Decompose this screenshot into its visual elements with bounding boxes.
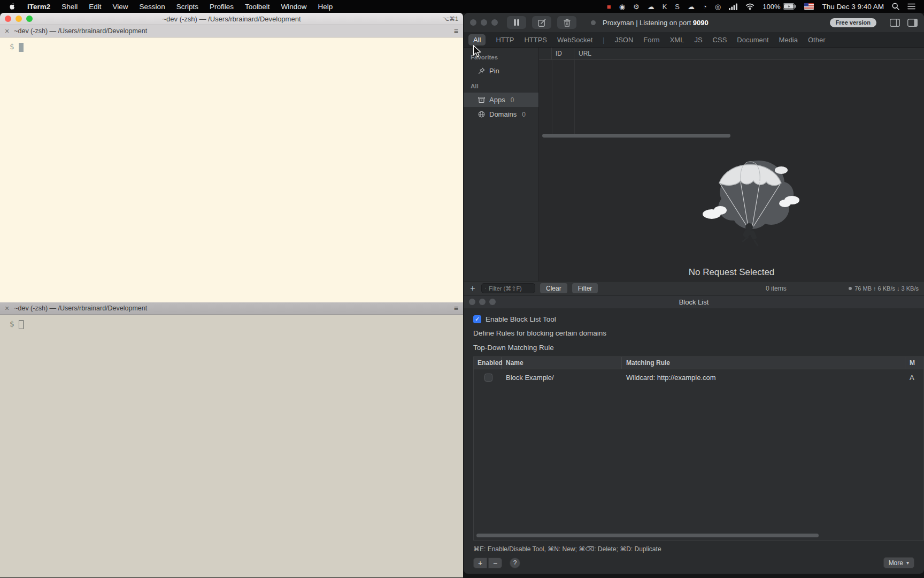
close-button[interactable] bbox=[5, 16, 11, 22]
zoom-button[interactable] bbox=[489, 299, 496, 305]
tab-hamburger-icon[interactable]: ≡ bbox=[454, 27, 458, 35]
minimize-button[interactable] bbox=[481, 19, 487, 26]
rule-enabled-checkbox[interactable] bbox=[484, 374, 492, 382]
toggle-right-panel-icon[interactable] bbox=[907, 19, 918, 27]
menu-toolbelt[interactable]: Toolbelt bbox=[245, 3, 270, 11]
zoom-button[interactable] bbox=[26, 16, 33, 22]
tab-websocket[interactable]: WebSocket bbox=[557, 36, 592, 44]
keyboard-shortcuts-help: ⌘E: Enable/Disable Tool, ⌘N: New; ⌘⌫: De… bbox=[473, 545, 924, 553]
k-app-icon[interactable]: K bbox=[663, 3, 667, 10]
menu-bar-clock[interactable]: Thu Dec 3 9:40 AM bbox=[822, 3, 884, 11]
column-divider bbox=[552, 60, 552, 134]
free-version-badge[interactable]: Free version bbox=[830, 18, 876, 27]
terminal-window-bottom: × ~dev (-zsh) — /Users/rbrainard/Develop… bbox=[0, 302, 463, 578]
tab-all[interactable]: All bbox=[468, 34, 486, 45]
filter-button[interactable]: Filter bbox=[572, 283, 598, 293]
cloud-sync-app-icon[interactable]: ☁ bbox=[688, 3, 695, 10]
tab-title[interactable]: ~dev (-zsh) — /Users/rbrainard/Developme… bbox=[14, 27, 147, 35]
s-app-icon[interactable]: S bbox=[675, 3, 680, 10]
compose-button[interactable] bbox=[532, 16, 551, 29]
horizontal-scrollbar[interactable] bbox=[476, 534, 819, 537]
method-column-header[interactable]: M bbox=[905, 359, 923, 367]
menu-profiles[interactable]: Profiles bbox=[210, 3, 234, 11]
tab-http[interactable]: HTTP bbox=[496, 36, 514, 44]
close-button[interactable] bbox=[470, 19, 476, 26]
sidebar-item-apps[interactable]: Apps 0 bbox=[464, 93, 538, 107]
menu-app-name[interactable]: iTerm2 bbox=[27, 3, 50, 11]
proxyman-titlebar[interactable]: Proxyman | Listening on port 9090 Free v… bbox=[464, 13, 924, 32]
tab-close-icon[interactable]: × bbox=[5, 27, 9, 35]
wifi-icon[interactable] bbox=[745, 3, 754, 10]
help-button[interactable]: ? bbox=[510, 558, 520, 568]
parachute-illustration bbox=[691, 150, 809, 265]
filter-search-field[interactable] bbox=[481, 283, 535, 293]
enabled-column-header[interactable]: Enabled bbox=[474, 357, 502, 369]
us-flag-icon[interactable] bbox=[804, 3, 814, 10]
id-column-header[interactable]: ID bbox=[552, 48, 574, 59]
table-row[interactable]: Block Example/ Wildcard: http://example.… bbox=[474, 369, 923, 386]
close-button[interactable] bbox=[469, 299, 475, 305]
all-section-label: All bbox=[464, 78, 538, 93]
rule-column-header[interactable]: Matching Rule bbox=[622, 357, 905, 369]
target-app-icon[interactable]: ◎ bbox=[715, 3, 721, 10]
block-list-titlebar[interactable]: Block List bbox=[464, 295, 924, 308]
battery-icon[interactable] bbox=[783, 3, 796, 10]
sidebar-item-domains[interactable]: Domains 0 bbox=[464, 107, 538, 121]
tab-hamburger-icon[interactable]: ≡ bbox=[454, 304, 458, 313]
menu-edit[interactable]: Edit bbox=[89, 3, 101, 11]
tab-close-icon[interactable]: × bbox=[5, 304, 9, 313]
enable-blocklist-checkbox[interactable]: ✓ bbox=[473, 315, 481, 323]
tab-js[interactable]: JS bbox=[694, 36, 702, 44]
tab-css[interactable]: CSS bbox=[713, 36, 727, 44]
request-list-pane: ID URL bbox=[539, 48, 924, 281]
rule-name-cell: Block Example/ bbox=[502, 374, 622, 382]
filter-search-input[interactable] bbox=[489, 285, 532, 292]
spotlight-search-icon[interactable] bbox=[892, 3, 899, 10]
add-filter-button[interactable]: + bbox=[469, 284, 476, 293]
proxyman-title: Proxyman | Listening on port 9090 bbox=[603, 19, 709, 27]
name-column-header[interactable]: Name bbox=[502, 357, 622, 369]
minimize-button[interactable] bbox=[16, 16, 22, 22]
menu-session[interactable]: Session bbox=[140, 3, 165, 11]
terminal-bottom-content[interactable]: $ bbox=[0, 315, 463, 577]
menu-help[interactable]: Help bbox=[318, 3, 333, 11]
apple-menu-icon[interactable] bbox=[9, 2, 16, 11]
tab-document[interactable]: Document bbox=[737, 36, 768, 44]
add-rule-button[interactable]: + bbox=[473, 558, 487, 568]
clear-button[interactable]: Clear bbox=[540, 283, 567, 293]
pause-button[interactable] bbox=[507, 16, 526, 29]
remove-rule-button[interactable]: − bbox=[488, 558, 502, 568]
tab-media[interactable]: Media bbox=[779, 36, 798, 44]
horizontal-scrollbar[interactable] bbox=[542, 134, 730, 138]
terminal-top-tabbar[interactable]: × ~dev (-zsh) — /Users/rbrainard/Develop… bbox=[0, 25, 463, 37]
record-app-icon[interactable]: ■ bbox=[607, 3, 611, 10]
minimize-button[interactable] bbox=[479, 299, 486, 305]
camera-app-icon[interactable]: ◉ bbox=[619, 3, 625, 10]
clock-app-icon[interactable]: ◔ bbox=[703, 3, 707, 10]
tab-other[interactable]: Other bbox=[808, 36, 826, 44]
tab-xml[interactable]: XML bbox=[670, 36, 684, 44]
terminal-bottom-tabbar[interactable]: × ~dev (-zsh) — /Users/rbrainard/Develop… bbox=[0, 302, 463, 315]
menu-scripts[interactable]: Scripts bbox=[176, 3, 198, 11]
trash-icon bbox=[564, 19, 571, 27]
menu-list-icon[interactable] bbox=[907, 3, 915, 10]
cellular-signal-icon[interactable] bbox=[729, 3, 737, 10]
tab-form[interactable]: Form bbox=[643, 36, 659, 44]
terminal-top-titlebar[interactable]: ~dev (-zsh) — /Users/rbrainard/Developme… bbox=[0, 13, 463, 25]
terminal-cursor bbox=[19, 320, 24, 329]
delete-button[interactable] bbox=[557, 16, 576, 29]
sidebar-item-pin[interactable]: Pin bbox=[464, 64, 538, 78]
more-button[interactable]: More ▾ bbox=[883, 557, 914, 568]
zoom-button[interactable] bbox=[491, 19, 498, 26]
tab-https[interactable]: HTTPS bbox=[524, 36, 547, 44]
toggle-left-panel-icon[interactable] bbox=[890, 19, 900, 27]
cloud-app-icon[interactable]: ☁ bbox=[648, 3, 654, 10]
menu-view[interactable]: View bbox=[113, 3, 128, 11]
gear-app-icon[interactable]: ⚙ bbox=[633, 3, 640, 10]
tab-json[interactable]: JSON bbox=[615, 36, 634, 44]
terminal-top-content[interactable]: $ bbox=[0, 37, 463, 302]
tab-title[interactable]: ~dev (-zsh) — /Users/rbrainard/Developme… bbox=[14, 305, 147, 312]
menu-window[interactable]: Window bbox=[281, 3, 306, 11]
menu-shell[interactable]: Shell bbox=[61, 3, 78, 11]
url-column-header[interactable]: URL bbox=[574, 50, 924, 57]
